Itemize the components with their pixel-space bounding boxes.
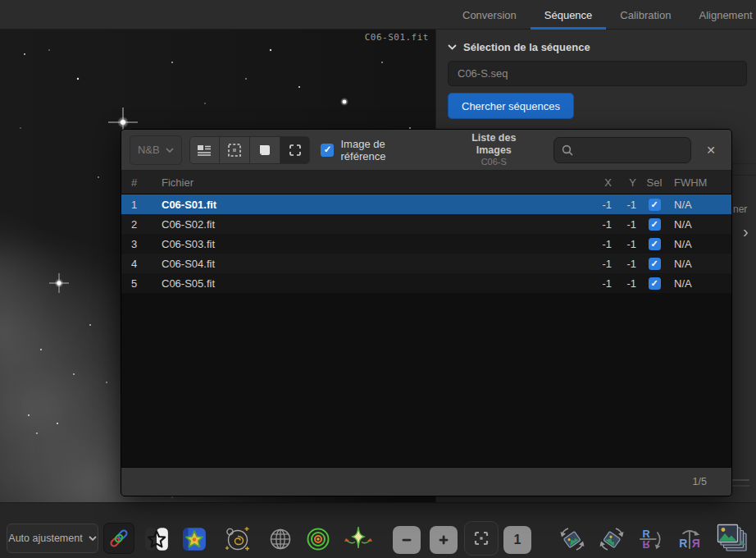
checkbox-check-icon: ✓: [649, 218, 661, 231]
column-header-y[interactable]: Y: [612, 176, 636, 189]
bw-star-icon: [143, 526, 170, 552]
table-empty-area: [121, 293, 731, 467]
tab-sequence[interactable]: Séquence: [531, 0, 607, 30]
search-icon: [562, 144, 573, 156]
checkbox-check-icon: ✓: [649, 238, 661, 250]
dialog-header: N&B: [121, 130, 731, 171]
world-coords-button[interactable]: [262, 524, 298, 555]
dialog-title-block: Liste des Images C06-S: [453, 132, 535, 167]
image-count-label: 1/5: [693, 476, 707, 487]
color-star-icon: [181, 526, 207, 552]
current-image-filename: C06-S01.fit: [365, 32, 429, 43]
dashed-selection-icon: [226, 142, 243, 158]
row-select-checkbox[interactable]: ✓: [636, 218, 672, 231]
rotate-right-button[interactable]: [594, 523, 630, 556]
fullscreen-view-button[interactable]: [280, 137, 310, 163]
sequence-selection-header[interactable]: Sélection de la séquence: [448, 41, 590, 53]
thumbnail-view-button[interactable]: [250, 137, 280, 163]
detail-list-view-button[interactable]: [190, 137, 221, 163]
bottom-toolbar: Auto ajustement: [0, 502, 756, 558]
column-header-num[interactable]: #: [121, 176, 153, 189]
zoom-100-label: 1: [514, 533, 521, 547]
sequence-name-input[interactable]: C06-S.seq: [448, 61, 747, 86]
sequence-list-button[interactable]: [712, 519, 753, 558]
zoom-fit-button[interactable]: [464, 521, 499, 556]
fullscreen-corners-icon: [287, 142, 303, 158]
auto-adjust-dropdown[interactable]: Auto ajustement: [7, 524, 98, 553]
row-number: 1: [121, 199, 153, 211]
row-filename: C06-S04.fit: [153, 258, 582, 270]
svg-text:R: R: [692, 537, 700, 550]
tab-alignment[interactable]: Alignement: [685, 0, 756, 30]
bw-star-button[interactable]: [139, 522, 174, 556]
search-sequences-button[interactable]: Chercher séquences: [448, 93, 574, 119]
color-star-button[interactable]: [177, 522, 212, 556]
rotate-left-button[interactable]: [554, 523, 590, 556]
panel-expander-arrow[interactable]: ›: [743, 223, 749, 240]
row-y: -1: [612, 199, 636, 211]
dialog-footer: 1/5: [121, 467, 731, 496]
checkbox-check-icon: ✓: [649, 258, 661, 270]
selection-area-button[interactable]: [220, 137, 250, 163]
chevron-down-icon: [166, 148, 174, 153]
image-search-box[interactable]: [553, 137, 691, 163]
dialog-title: Liste des Images: [453, 132, 535, 157]
image-table-header: # Fichier X Y Sel FWHM: [121, 171, 731, 194]
zoom-in-button[interactable]: [430, 526, 458, 554]
astrometry-button[interactable]: [220, 523, 256, 556]
row-x: -1: [582, 199, 612, 211]
row-filename: C06-S03.fit: [153, 238, 582, 250]
table-row[interactable]: 5 C06-S05.fit -1 -1 ✓ N/A: [121, 273, 731, 293]
checkbox-check-icon: ✓: [649, 277, 661, 290]
column-header-x[interactable]: X: [582, 176, 612, 189]
svg-text:R: R: [679, 537, 687, 550]
channel-selector-dropdown[interactable]: N&B: [130, 135, 182, 165]
table-row[interactable]: 3 C06-S03.fit -1 -1 ✓ N/A: [121, 234, 731, 254]
flip-horizontal-button[interactable]: R R: [671, 524, 708, 555]
tab-conversion[interactable]: Conversion: [449, 0, 531, 30]
clipped-button-text: ner: [733, 204, 747, 215]
sequence-selection-title: Sélection de la séquence: [463, 41, 590, 53]
row-select-checkbox[interactable]: ✓: [636, 277, 672, 290]
image-stack-icon: [714, 521, 750, 557]
tab-calibration[interactable]: Calibration: [606, 0, 685, 30]
tab-bar: Conversion Séquence Calibration Aligneme…: [435, 0, 756, 30]
zoom-in-icon: [437, 533, 450, 547]
row-select-checkbox[interactable]: ✓: [636, 238, 672, 250]
table-row[interactable]: 2 C06-S02.fit -1 -1 ✓ N/A: [121, 214, 731, 234]
flip-vertical-button[interactable]: R R: [631, 524, 669, 555]
checkbox-check-icon: ✓: [649, 199, 661, 211]
view-mode-button-group: [189, 136, 311, 164]
reference-image-toggle[interactable]: ✓ Image de référence: [321, 138, 432, 162]
row-fwhm: N/A: [672, 258, 731, 270]
table-row[interactable]: 4 C06-S04.fit -1 -1 ✓ N/A: [121, 254, 731, 273]
row-x: -1: [582, 258, 612, 270]
dialog-close-button[interactable]: ✕: [699, 140, 723, 160]
column-header-sel[interactable]: Sel: [636, 176, 672, 189]
channel-link-button[interactable]: [103, 523, 134, 554]
dialog-subtitle: C06-S: [453, 157, 535, 167]
psf-button[interactable]: [338, 523, 379, 556]
collapse-chevron-icon: [448, 44, 457, 50]
rotate-left-icon: [558, 525, 586, 553]
row-x: -1: [582, 238, 612, 250]
row-y: -1: [612, 238, 636, 250]
table-row[interactable]: 1 C06-S01.fit -1 -1 ✓ N/A: [121, 194, 731, 214]
column-header-fwhm[interactable]: FWHM: [672, 176, 731, 189]
zoom-out-button[interactable]: [393, 526, 421, 554]
row-select-checkbox[interactable]: ✓: [636, 258, 672, 270]
psf-star-icon: [343, 525, 374, 553]
photo-icon: [257, 142, 273, 158]
row-x: -1: [582, 218, 612, 231]
galaxy-icon: [224, 525, 252, 553]
image-search-input[interactable]: [579, 143, 683, 157]
row-number: 4: [121, 258, 153, 270]
photometry-target-icon: [304, 525, 332, 553]
row-select-checkbox[interactable]: ✓: [636, 199, 672, 211]
photometry-button[interactable]: [300, 523, 336, 556]
flip-horizontal-icon: R R: [676, 526, 703, 552]
row-filename: C06-S02.fit: [153, 218, 582, 231]
globe-icon: [267, 526, 294, 552]
column-header-file[interactable]: Fichier: [153, 176, 582, 189]
zoom-100-button[interactable]: 1: [503, 526, 531, 554]
